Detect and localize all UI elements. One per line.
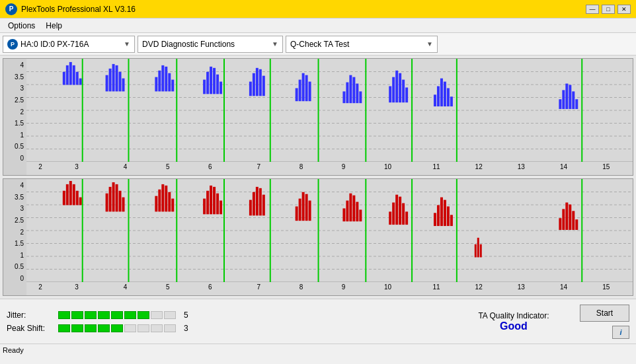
bottom-chart-inner: 2 3 4 5 6 7 8 9 10 11 12 13 14 15 <box>26 179 633 295</box>
svg-rect-124 <box>342 208 345 221</box>
svg-rect-95 <box>119 191 122 212</box>
peakshift-row: Peak Shift: 3 <box>7 324 448 333</box>
drive-dropdown-arrow: ▼ <box>124 40 130 48</box>
peakshift-label: Peak Shift: <box>7 324 53 333</box>
peakshift-seg-9 <box>164 324 176 332</box>
svg-rect-113 <box>253 192 255 216</box>
svg-rect-17 <box>112 64 115 91</box>
peakshift-value: 3 <box>184 324 188 333</box>
svg-rect-60 <box>405 87 408 102</box>
svg-rect-13 <box>79 79 82 85</box>
svg-rect-73 <box>572 91 575 109</box>
peakshift-seg-6 <box>124 324 136 332</box>
svg-rect-92 <box>109 187 112 212</box>
jitter-seg-7 <box>138 311 149 319</box>
svg-rect-151 <box>569 205 571 231</box>
top-chart-y-axis: 4 3.5 3 2.5 2 1.5 1 0.5 0 <box>3 59 26 175</box>
svg-rect-94 <box>116 184 118 211</box>
peakshift-seg-1 <box>58 324 70 332</box>
svg-rect-149 <box>562 209 565 230</box>
svg-rect-32 <box>213 68 216 94</box>
svg-rect-43 <box>299 80 301 102</box>
svg-rect-12 <box>76 72 79 85</box>
top-chart-bars <box>26 59 633 162</box>
svg-rect-18 <box>116 65 118 91</box>
svg-rect-132 <box>392 203 395 225</box>
menu-bar: Options Help <box>0 18 636 33</box>
metrics-left: Jitter: 5 Peak Shift: <box>7 310 448 333</box>
metrics-center: TA Quality Indicator: Good <box>448 311 580 332</box>
menu-help[interactable]: Help <box>40 20 67 32</box>
svg-rect-140 <box>440 198 443 226</box>
close-button[interactable]: ✕ <box>617 5 631 14</box>
svg-rect-46 <box>309 82 311 102</box>
svg-rect-100 <box>161 184 164 211</box>
minimize-button[interactable]: — <box>586 5 599 14</box>
bottom-chart: 4 3.5 3 2.5 2 1.5 1 0.5 0 <box>3 178 633 296</box>
peakshift-seg-3 <box>85 324 97 332</box>
svg-rect-87 <box>73 184 75 205</box>
svg-rect-45 <box>305 75 308 101</box>
svg-rect-136 <box>405 211 408 225</box>
svg-rect-146 <box>477 238 479 258</box>
peakshift-seg-4 <box>98 324 110 332</box>
metrics-panel: Jitter: 5 Peak Shift: <box>0 299 636 344</box>
svg-rect-119 <box>299 199 301 221</box>
svg-rect-71 <box>565 84 568 110</box>
bottom-chart-bars <box>26 179 633 282</box>
svg-rect-23 <box>158 71 161 92</box>
function-selector[interactable]: DVD Diagnostic Functions ▼ <box>138 36 283 53</box>
svg-rect-10 <box>69 62 72 85</box>
svg-rect-52 <box>356 84 358 104</box>
svg-rect-145 <box>475 244 477 258</box>
status-text: Ready <box>3 346 24 354</box>
bottom-chart-y-axis: 4 3.5 3 2.5 2 1.5 1 0.5 0 <box>3 179 26 295</box>
svg-rect-98 <box>155 196 157 212</box>
svg-rect-101 <box>165 186 167 211</box>
start-button[interactable]: Start <box>580 305 629 322</box>
svg-rect-84 <box>63 191 65 205</box>
jitter-seg-2 <box>71 311 83 319</box>
svg-rect-37 <box>253 73 255 96</box>
drive-label: HA:0 ID:0 PX-716A <box>20 40 124 49</box>
jitter-row: Jitter: 5 <box>7 310 448 320</box>
svg-rect-59 <box>402 80 405 103</box>
svg-rect-70 <box>562 90 565 109</box>
svg-rect-19 <box>119 72 122 92</box>
svg-rect-29 <box>203 80 206 94</box>
svg-rect-58 <box>399 73 401 102</box>
toolbar: P HA:0 ID:0 PX-716A ▼ DVD Diagnostic Fun… <box>0 33 636 55</box>
svg-rect-118 <box>296 206 298 221</box>
svg-rect-11 <box>73 65 75 85</box>
peakshift-seg-7 <box>138 324 149 332</box>
svg-rect-74 <box>575 99 578 109</box>
svg-rect-116 <box>262 195 265 216</box>
svg-rect-34 <box>219 82 222 94</box>
svg-rect-152 <box>572 211 575 230</box>
svg-rect-20 <box>122 79 125 92</box>
svg-rect-96 <box>122 198 125 212</box>
svg-rect-36 <box>249 82 252 96</box>
info-button[interactable]: i <box>612 326 629 339</box>
svg-rect-39 <box>259 69 262 96</box>
svg-rect-16 <box>109 69 112 92</box>
svg-rect-142 <box>447 206 450 226</box>
peakshift-meter <box>58 324 176 332</box>
svg-rect-114 <box>256 187 258 215</box>
test-dropdown-arrow: ▼ <box>426 40 433 48</box>
menu-options[interactable]: Options <box>3 20 40 32</box>
test-selector[interactable]: Q-Check TA Test ▼ <box>286 36 438 53</box>
top-chart: 4 3.5 3 2.5 2 1.5 1 0.5 0 <box>3 58 633 176</box>
svg-rect-143 <box>450 215 453 226</box>
jitter-seg-1 <box>58 311 70 319</box>
svg-rect-51 <box>352 77 355 103</box>
status-bar: Ready <box>0 344 636 355</box>
drive-selector[interactable]: P HA:0 ID:0 PX-716A ▼ <box>3 36 135 53</box>
jitter-seg-9 <box>164 311 176 319</box>
svg-rect-133 <box>395 195 398 225</box>
app-icon: P <box>5 3 17 15</box>
svg-rect-49 <box>346 83 348 104</box>
maximize-button[interactable]: □ <box>602 5 615 14</box>
svg-rect-91 <box>106 194 108 212</box>
svg-rect-147 <box>480 244 482 258</box>
